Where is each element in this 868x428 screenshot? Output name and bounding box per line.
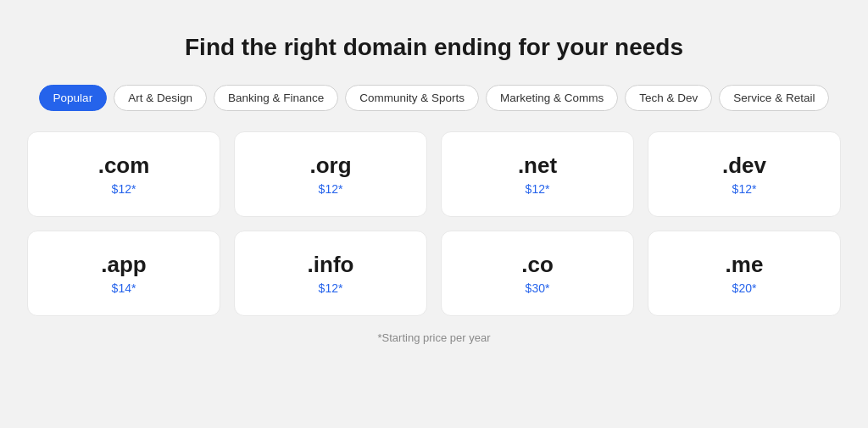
filter-tab-service-retail[interactable]: Service & Retail xyxy=(719,85,829,111)
filter-tab-art-design[interactable]: Art & Design xyxy=(114,85,207,111)
domain-price: $12* xyxy=(526,182,550,196)
domain-price: $12* xyxy=(319,182,343,196)
filter-tab-banking-finance[interactable]: Banking & Finance xyxy=(214,85,338,111)
domain-price: $12* xyxy=(319,281,343,295)
domain-price: $12* xyxy=(112,182,136,196)
domain-extension: .me xyxy=(726,252,764,278)
domain-extension: .co xyxy=(521,252,554,278)
domain-card-co[interactable]: .co$30* xyxy=(441,231,634,316)
filter-tab-tech-dev[interactable]: Tech & Dev xyxy=(625,85,712,111)
domain-extension: .app xyxy=(101,252,146,278)
filter-tab-community-sports[interactable]: Community & Sports xyxy=(345,85,479,111)
page-title: Find the right domain ending for your ne… xyxy=(185,34,683,61)
domain-extension: .com xyxy=(98,153,150,179)
domain-price: $20* xyxy=(732,281,757,295)
page-container: Find the right domain ending for your ne… xyxy=(0,0,868,428)
domain-extension: .dev xyxy=(722,153,766,179)
domain-card-dev[interactable]: .dev$12* xyxy=(648,131,841,217)
domain-price: $30* xyxy=(526,281,550,295)
filter-tab-popular[interactable]: Popular xyxy=(39,85,108,111)
domain-card-org[interactable]: .org$12* xyxy=(234,131,427,217)
domain-card-app[interactable]: .app$14* xyxy=(27,231,220,316)
domain-extension: .net xyxy=(518,153,557,179)
domain-card-com[interactable]: .com$12* xyxy=(27,131,220,217)
filter-tab-marketing-comms[interactable]: Marketing & Comms xyxy=(486,85,618,111)
domain-card-me[interactable]: .me$20* xyxy=(648,231,841,316)
footnote: *Starting price per year xyxy=(378,331,491,344)
domain-extension: .info xyxy=(308,252,354,278)
domain-extension: .org xyxy=(309,153,351,179)
domain-card-info[interactable]: .info$12* xyxy=(234,231,427,316)
domains-grid: .com$12*.org$12*.net$12*.dev$12*.app$14*… xyxy=(27,131,841,316)
filter-tabs: PopularArt & DesignBanking & FinanceComm… xyxy=(39,85,830,111)
domain-price: $14* xyxy=(112,281,136,295)
domain-price: $12* xyxy=(732,182,757,196)
domain-card-net[interactable]: .net$12* xyxy=(441,131,634,217)
